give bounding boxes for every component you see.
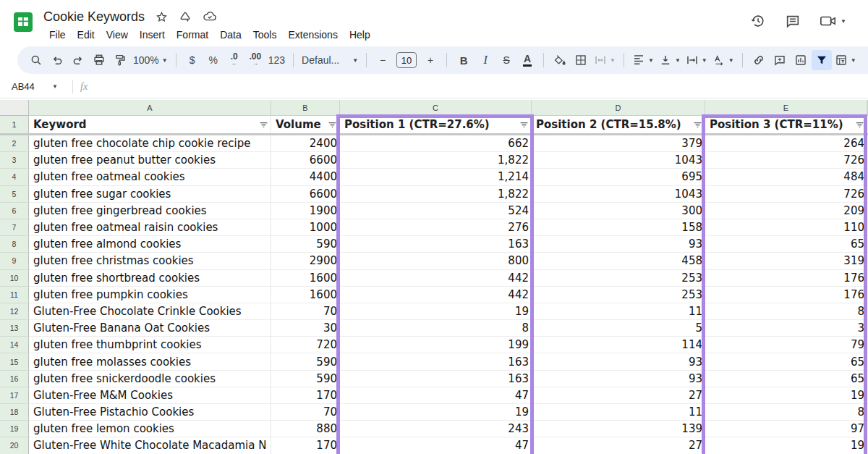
column-header-c[interactable]: C	[340, 100, 532, 116]
column-filter-icon[interactable]	[259, 120, 268, 130]
row-header[interactable]: 13	[0, 320, 29, 337]
cell-volume[interactable]: 2400	[271, 135, 340, 152]
text-rotation-button[interactable]: ▼	[710, 50, 736, 70]
row-header[interactable]: 3	[0, 152, 29, 169]
vertical-align-button[interactable]: ▼	[657, 50, 683, 70]
cell-keyword[interactable]: gluten free sugar cookies	[29, 186, 271, 203]
cell-position2[interactable]: 114	[532, 337, 705, 353]
cell-position2[interactable]: 11	[532, 404, 705, 421]
cell-position1[interactable]: 163	[340, 371, 532, 387]
cell-keyword[interactable]: gluten free molasses cookies	[29, 353, 271, 370]
row-header[interactable]: 20	[0, 437, 29, 454]
cell-position3[interactable]: 19	[705, 387, 867, 404]
row-header[interactable]: 10	[0, 270, 29, 287]
column-filter-icon[interactable]	[855, 120, 864, 130]
header-cell-keyword[interactable]: Keyword	[29, 116, 271, 133]
column-header-e[interactable]: E	[705, 100, 867, 116]
select-all-corner[interactable]	[0, 100, 29, 116]
cell-keyword[interactable]: gluten free oatmeal raisin cookies	[29, 219, 271, 236]
cell-position1[interactable]: 1,822	[340, 186, 532, 203]
cell-position2[interactable]: 11	[532, 303, 705, 320]
cell-position3[interactable]: 8	[705, 303, 867, 320]
cell-position2[interactable]: 253	[532, 270, 705, 287]
cell-position3[interactable]: 264	[705, 135, 867, 152]
cell-position1[interactable]: 19	[340, 404, 532, 421]
cell-position1[interactable]: 662	[340, 135, 532, 152]
row-header[interactable]: 16	[0, 371, 29, 387]
cell-position2[interactable]: 93	[532, 371, 705, 387]
cell-volume[interactable]: 4400	[271, 169, 340, 185]
cell-position2[interactable]: 1043	[532, 152, 705, 169]
horizontal-align-button[interactable]: ▼	[630, 50, 656, 70]
move-button[interactable]	[179, 10, 192, 23]
paint-format-button[interactable]	[110, 50, 130, 70]
cell-position1[interactable]: 163	[340, 353, 532, 370]
cell-keyword[interactable]: Gluten-Free Chocolate Crinkle Cookies	[29, 303, 271, 320]
row-header[interactable]: 14	[0, 337, 29, 353]
header-cell-position1[interactable]: Position 1 (CTR=27.6%)	[340, 116, 532, 133]
cell-position3[interactable]: 97	[705, 421, 867, 437]
menu-edit[interactable]: Edit	[72, 28, 101, 42]
cell-position3[interactable]: 484	[705, 169, 867, 185]
create-filter-button[interactable]	[812, 50, 832, 70]
format-percent-button[interactable]: %	[203, 50, 224, 70]
header-cell-position2[interactable]: Position 2 (CTR=15.8%)	[532, 116, 705, 133]
cell-position3[interactable]: 19	[705, 437, 867, 454]
cell-position1[interactable]: 199	[340, 337, 532, 353]
menu-help[interactable]: Help	[344, 28, 376, 42]
cell-position3[interactable]: 79	[705, 337, 867, 353]
column-filter-icon[interactable]	[519, 120, 529, 130]
cell-volume[interactable]: 590	[271, 353, 340, 370]
menu-view[interactable]: View	[101, 28, 134, 42]
cell-volume[interactable]: 1000	[271, 219, 340, 236]
cell-volume[interactable]: 170	[271, 387, 340, 404]
undo-button[interactable]	[47, 50, 67, 70]
column-filter-icon[interactable]	[328, 120, 337, 130]
row-header[interactable]: 12	[0, 303, 29, 320]
meet-video-button[interactable]: ▼	[820, 14, 846, 28]
cell-position1[interactable]: 47	[340, 437, 532, 454]
cell-position1[interactable]: 1,214	[340, 169, 532, 185]
cell-volume[interactable]: 880	[271, 421, 340, 437]
sheets-logo[interactable]	[13, 9, 35, 38]
strikethrough-button[interactable]: S	[496, 50, 516, 70]
cell-position2[interactable]: 5	[532, 320, 705, 337]
row-header[interactable]: 4	[0, 169, 29, 185]
font-select[interactable]: Defaul... ▼	[299, 50, 360, 70]
cell-position2[interactable]: 695	[532, 169, 705, 185]
cell-volume[interactable]: 70	[271, 303, 340, 320]
cell-position2[interactable]: 253	[532, 287, 705, 303]
row-header[interactable]: 7	[0, 219, 29, 236]
cell-position3[interactable]: 176	[705, 287, 867, 303]
cell-position1[interactable]: 442	[340, 270, 532, 287]
cell-keyword[interactable]: gluten free shortbread cookies	[29, 270, 271, 287]
cell-position3[interactable]: 726	[705, 152, 867, 169]
cell-position2[interactable]: 158	[532, 219, 705, 236]
cell-position3[interactable]: 110	[705, 219, 867, 236]
cell-position1[interactable]: 276	[340, 219, 532, 236]
cell-volume[interactable]: 2900	[271, 253, 340, 269]
cell-keyword[interactable]: Gluten-Free M&M Cookies	[29, 387, 271, 404]
name-box[interactable]: AB44 ▼	[7, 81, 62, 92]
cell-volume[interactable]: 170	[271, 437, 340, 454]
menu-data[interactable]: Data	[214, 28, 247, 42]
cell-position1[interactable]: 1,822	[340, 152, 532, 169]
fill-color-button[interactable]	[550, 50, 570, 70]
cell-position2[interactable]: 27	[532, 387, 705, 404]
cell-volume[interactable]: 590	[271, 236, 340, 253]
cell-position3[interactable]: 65	[705, 236, 867, 253]
insert-chart-button[interactable]	[791, 50, 811, 70]
cell-position2[interactable]: 379	[532, 135, 705, 152]
bold-button[interactable]: B	[453, 50, 475, 70]
column-header-a[interactable]: A	[29, 100, 271, 116]
row-header[interactable]: 19	[0, 421, 29, 437]
menu-extensions[interactable]: Extensions	[282, 28, 343, 42]
redo-button[interactable]	[68, 50, 88, 70]
more-formats-button[interactable]: 123	[266, 50, 287, 70]
print-button[interactable]	[89, 50, 109, 70]
text-wrap-button[interactable]: ▼	[684, 50, 710, 70]
cell-position1[interactable]: 800	[340, 253, 532, 269]
cell-position1[interactable]: 8	[340, 320, 532, 337]
row-header[interactable]: 9	[0, 253, 29, 269]
cell-position2[interactable]: 458	[532, 253, 705, 269]
